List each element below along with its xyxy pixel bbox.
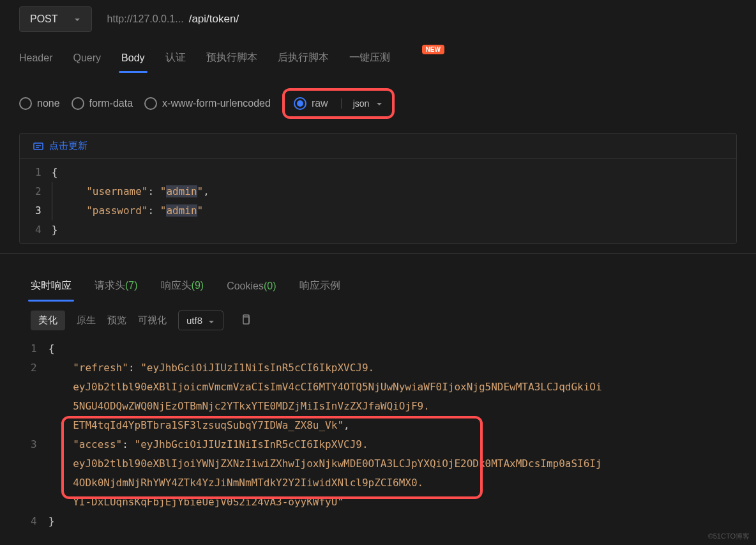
http-method-select[interactable]: POST bbox=[19, 6, 92, 32]
radio-urlencoded[interactable]: x-www-form-urlencoded bbox=[144, 97, 271, 110]
tab-response-example[interactable]: 响应示例 bbox=[299, 274, 340, 302]
response-content: { "refresh": "eyJhbGciOiJIUzI1NiIsInR5cC… bbox=[49, 337, 756, 533]
response-body-viewer[interactable]: 1 2 3 4 { "refresh": "eyJhbGciOiJIUzI1Ni… bbox=[0, 337, 756, 533]
svg-rect-0 bbox=[34, 143, 43, 150]
tab-load-test-label: 一键压测 bbox=[349, 52, 390, 63]
raw-button[interactable]: 原生 bbox=[77, 314, 96, 326]
request-tabs: Header Query Body 认证 预执行脚本 后执行脚本 一键压测 NE… bbox=[0, 38, 756, 74]
radio-icon bbox=[19, 97, 32, 110]
radio-icon bbox=[144, 97, 157, 110]
tab-load-test[interactable]: 一键压测 NEW bbox=[349, 46, 390, 73]
tab-cookies[interactable]: Cookies(0) bbox=[227, 275, 276, 301]
radio-none-label: none bbox=[37, 98, 60, 109]
tab-label: Cookies bbox=[227, 280, 264, 291]
count-badge: (9) bbox=[192, 280, 204, 291]
url-path: /api/token/ bbox=[189, 13, 239, 26]
body-type-selector: none form-data x-www-form-urlencoded raw… bbox=[0, 74, 756, 133]
encoding-label: utf8 bbox=[186, 315, 202, 326]
count-badge: (7) bbox=[125, 280, 138, 291]
tab-post-script[interactable]: 后执行脚本 bbox=[278, 46, 329, 73]
tab-query[interactable]: Query bbox=[73, 47, 101, 73]
tab-request-headers[interactable]: 请求头(7) bbox=[94, 274, 138, 302]
radio-none[interactable]: none bbox=[19, 97, 60, 110]
tab-label: 响应头 bbox=[161, 280, 192, 291]
tab-response-headers[interactable]: 响应头(9) bbox=[161, 274, 204, 302]
beautify-button[interactable]: 美化 bbox=[31, 311, 65, 330]
tab-label: 请求头 bbox=[94, 280, 125, 291]
raw-highlight-group: raw json bbox=[282, 88, 395, 119]
refresh-button[interactable]: 点击更新 bbox=[49, 140, 87, 152]
radio-icon bbox=[72, 97, 84, 110]
line-gutter: 1 2 3 4 bbox=[20, 159, 52, 243]
url-input[interactable]: http://127.0.0.1... /api/token/ bbox=[97, 6, 737, 32]
radio-raw-label: raw bbox=[312, 98, 328, 109]
chevron-down-icon bbox=[375, 100, 383, 107]
request-body-editor: 点击更新 1 2 3 4 { "username": "admin", "pas… bbox=[19, 133, 737, 244]
format-label: json bbox=[353, 98, 370, 109]
editor-toolbar: 点击更新 bbox=[20, 134, 736, 159]
code-editor[interactable]: 1 2 3 4 { "username": "admin", "password… bbox=[20, 159, 736, 243]
radio-raw[interactable]: raw bbox=[294, 97, 328, 110]
radio-icon-checked bbox=[294, 97, 306, 110]
preview-button[interactable]: 预览 bbox=[107, 314, 126, 326]
watermark: ©51CTO博客 bbox=[708, 532, 750, 541]
tab-body[interactable]: Body bbox=[121, 47, 144, 73]
radio-form-data-label: form-data bbox=[89, 98, 133, 109]
response-toolbar: 美化 原生 预览 可视化 utf8 bbox=[0, 302, 756, 337]
radio-urlencoded-label: x-www-form-urlencoded bbox=[162, 98, 271, 109]
chevron-down-icon bbox=[73, 15, 81, 23]
tab-header[interactable]: Header bbox=[19, 47, 52, 73]
tab-realtime-response[interactable]: 实时响应 bbox=[31, 274, 72, 302]
url-host: http://127.0.0.1... bbox=[107, 13, 184, 25]
count-badge: (0) bbox=[264, 280, 276, 291]
response-gutter: 1 2 3 4 bbox=[31, 337, 49, 533]
method-label: POST bbox=[30, 13, 58, 25]
encoding-select[interactable]: utf8 bbox=[178, 311, 223, 330]
tab-pre-script[interactable]: 预执行脚本 bbox=[206, 46, 257, 73]
copy-icon[interactable] bbox=[240, 314, 252, 327]
tab-auth[interactable]: 认证 bbox=[165, 46, 186, 73]
visualize-button[interactable]: 可视化 bbox=[138, 314, 167, 326]
svg-rect-1 bbox=[243, 317, 249, 324]
refresh-icon bbox=[33, 141, 44, 152]
radio-form-data[interactable]: form-data bbox=[72, 97, 133, 110]
raw-format-select[interactable]: json bbox=[341, 98, 384, 109]
response-tabs: 实时响应 请求头(7) 响应头(9) Cookies(0) 响应示例 bbox=[0, 263, 756, 302]
chevron-down-icon bbox=[208, 317, 215, 325]
code-content: { "username": "admin", "password": "admi… bbox=[52, 159, 736, 243]
new-badge: NEW bbox=[422, 45, 444, 54]
